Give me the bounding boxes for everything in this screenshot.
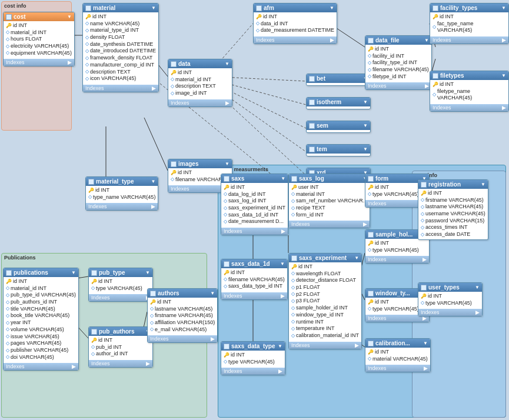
table-sort-icon[interactable]: ▼ <box>501 5 506 11</box>
table-header[interactable]: publications ▼ <box>4 268 78 277</box>
table-registration[interactable]: registration ▼ 🔑id INT◇firstname VARCHAR… <box>418 179 488 240</box>
table-header[interactable]: saxs_data_1d ▼ <box>221 259 287 268</box>
indexes-row[interactable]: Indexes▶ <box>289 221 370 228</box>
indexes-row[interactable]: Indexes▶ <box>4 363 78 370</box>
table-field: ◇saxs_log_id INT <box>224 198 285 205</box>
table-header[interactable]: tem ▼ <box>307 145 370 154</box>
table-field: 🔑id INT <box>421 190 485 197</box>
indexes-row[interactable]: Indexes▶ <box>168 99 232 106</box>
table-sort-icon[interactable]: ▼ <box>145 270 150 275</box>
table-sort-icon[interactable]: ▼ <box>210 291 215 296</box>
table-sort-icon[interactable]: ▼ <box>225 61 229 66</box>
indexes-row[interactable]: Indexes▶ <box>365 256 429 263</box>
table-header[interactable]: saxs_experiment ▼ <box>289 254 361 262</box>
table-material_type[interactable]: material_type ▼ 🔑id INT◇type_name VARCHA… <box>85 176 158 211</box>
table-icon <box>309 76 315 82</box>
table-sort-icon[interactable]: ▼ <box>280 261 285 266</box>
table-sort-icon[interactable]: ▼ <box>501 73 506 78</box>
table-header[interactable]: sem ▼ <box>307 121 370 130</box>
indexes-row[interactable]: Indexes▶ <box>221 368 285 375</box>
table-header[interactable]: filetypes ▼ <box>430 71 508 80</box>
table-data_file[interactable]: data_file ▼ 🔑id INT◇facility_id INT◇faci… <box>365 35 432 90</box>
indexes-row[interactable]: Indexes▶ <box>86 203 158 210</box>
table-pub_authors[interactable]: pub_authors ▼ 🔑id INT◇pub_id INT◇author_… <box>88 326 153 368</box>
table-pub_type[interactable]: pub_type ▼ 🔑id INT◇type VARCHAR(45) Inde… <box>88 268 153 302</box>
table-header[interactable]: saxs_log ▼ <box>289 174 370 183</box>
table-calibration[interactable]: calibration... ▼ 🔑id INT◇material VARCHA… <box>365 338 431 372</box>
indexes-row[interactable]: Indexes▶ <box>365 365 430 372</box>
table-header[interactable]: bet ▼ <box>307 74 370 83</box>
table-header[interactable]: calibration... ▼ <box>365 339 430 348</box>
table-header[interactable]: cost ▼ <box>4 12 74 21</box>
indexes-row[interactable]: Indexes▶ <box>89 360 152 367</box>
table-sort-icon[interactable]: ▼ <box>151 5 156 11</box>
indexes-row[interactable]: Indexes▶ <box>418 309 482 316</box>
table-sort-icon[interactable]: ▼ <box>151 179 155 184</box>
indexes-row[interactable]: Indexes▶ <box>289 342 361 349</box>
indexes-row[interactable]: Indexes▶ <box>430 104 508 111</box>
table-sort-icon[interactable]: ▼ <box>330 5 334 11</box>
table-field: 🔑id INT <box>91 337 150 344</box>
table-sort-icon[interactable]: ▼ <box>481 182 485 187</box>
table-publications[interactable]: publications ▼ 🔑id INT◇material_id INT◇p… <box>3 268 79 371</box>
indexes-row[interactable]: Indexes▶ <box>221 292 287 299</box>
table-tem[interactable]: tem ▼ <box>306 144 371 156</box>
table-sort-icon[interactable]: ▼ <box>363 146 368 152</box>
indexes-row[interactable]: Indexes▶ <box>254 36 337 44</box>
table-sort-icon[interactable]: ▼ <box>71 270 76 275</box>
table-bet[interactable]: bet ▼ <box>306 74 371 86</box>
table-cost[interactable]: cost ▼ 🔑id INT◇material_id INT◇hours FLO… <box>3 12 75 66</box>
indexes-row[interactable]: Indexes▶ <box>83 85 158 92</box>
table-header[interactable]: pub_type ▼ <box>89 268 152 277</box>
table-user_types[interactable]: user_types ▼ 🔑id INT◇type VARCHAR(45) In… <box>418 282 483 316</box>
table-filetypes[interactable]: filetypes ▼ 🔑id INT◇filetype_name VARCHA… <box>430 71 509 112</box>
table-sem[interactable]: sem ▼ <box>306 121 371 133</box>
table-sort-icon[interactable]: ▼ <box>363 123 368 128</box>
indexes-row[interactable]: Indexes▶ <box>365 82 431 89</box>
field-icon: ◇ <box>421 225 424 231</box>
table-sort-icon[interactable]: ▼ <box>354 255 359 261</box>
table-sort-icon[interactable]: ▼ <box>363 99 368 105</box>
table-material[interactable]: material ▼ 🔑id INT◇name VARCHAR(45)◇mate… <box>82 3 159 92</box>
table-afm[interactable]: afm ▼ 🔑id INT◇data_id INT◇date_measureme… <box>253 3 337 44</box>
table-header[interactable]: saxs_data_type ▼ <box>221 342 285 351</box>
table-saxs[interactable]: saxs ▼ 🔑id INT◇data_log_id INT◇saxs_log_… <box>221 174 288 235</box>
table-saxs_log[interactable]: saxs_log ▼ 🔑user INT◇material INT◇sam_re… <box>288 174 370 228</box>
table-header[interactable]: afm ▼ <box>254 4 337 12</box>
table-sort-icon[interactable]: ▼ <box>278 344 282 349</box>
table-header[interactable]: data ▼ <box>168 59 232 68</box>
table-sort-icon[interactable]: ▼ <box>423 341 428 346</box>
table-saxs_experiment[interactable]: saxs_experiment ▼ 🔑id INT◇wavelength FLO… <box>288 253 362 349</box>
table-icon <box>224 261 229 267</box>
indexes-row[interactable]: Indexes▶ <box>4 59 74 66</box>
table-field: ◇material_id INT <box>6 285 76 292</box>
table-facility_types[interactable]: facility_types ▼ 🔑id INT◇fac_type_name V… <box>430 3 509 44</box>
table-header[interactable]: pub_authors ▼ <box>89 327 152 336</box>
indexes-row[interactable]: Indexes▶ <box>221 228 288 235</box>
table-header[interactable]: images ▼ <box>168 159 232 168</box>
table-saxs_data_type[interactable]: saxs_data_type ▼ 🔑id INT◇type VARCHAR(45… <box>221 341 285 375</box>
table-header[interactable]: saxs ▼ <box>221 174 288 183</box>
table-header[interactable]: authors ▼ <box>148 289 217 298</box>
table-sort-icon[interactable]: ▼ <box>424 38 429 43</box>
table-header[interactable]: isotherm ▼ <box>307 98 370 106</box>
table-header[interactable]: registration ▼ <box>418 180 488 189</box>
table-sort-icon[interactable]: ▼ <box>281 176 285 181</box>
indexes-row[interactable]: Indexes▶ <box>148 335 217 342</box>
table-saxs_data_1d[interactable]: saxs_data_1d ▼ 🔑id INT◇filename VARCHAR(… <box>221 259 288 300</box>
table-authors[interactable]: authors ▼ 🔑id INT◇lastname VARCHAR(45)◇f… <box>147 288 218 343</box>
table-sort-icon[interactable]: ▼ <box>475 285 480 290</box>
table-isotherm[interactable]: isotherm ▼ <box>306 97 371 109</box>
table-data[interactable]: data ▼ 🔑id INT◇material_id INT◇descripti… <box>168 59 232 107</box>
table-header[interactable]: data_file ▼ <box>365 36 431 45</box>
indexes-row[interactable]: Indexes▶ <box>89 294 152 301</box>
field-icon: ◇ <box>291 305 295 311</box>
indexes-row[interactable]: Indexes▶ <box>430 36 508 44</box>
table-field: ◇material INT <box>291 191 367 198</box>
table-sort-icon[interactable]: ▼ <box>67 14 72 19</box>
table-header[interactable]: facility_types ▼ <box>430 4 508 12</box>
table-header[interactable]: user_types ▼ <box>418 283 482 292</box>
table-header[interactable]: material_type ▼ <box>86 177 158 186</box>
table-header[interactable]: material ▼ <box>83 4 158 12</box>
table-sort-icon[interactable]: ▼ <box>225 161 229 166</box>
